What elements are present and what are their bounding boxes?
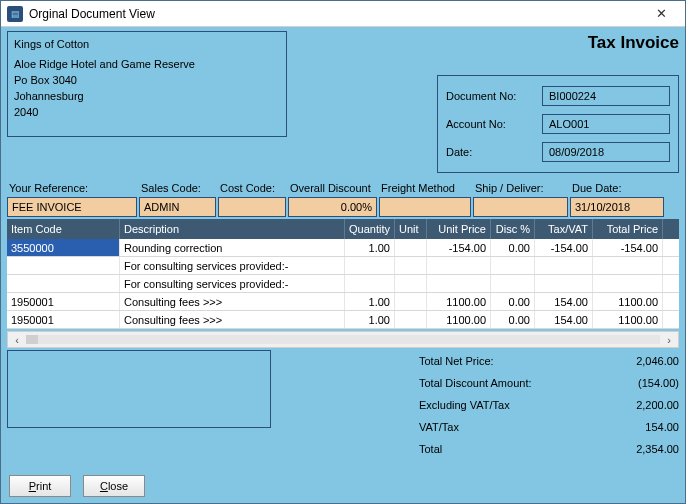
customer-company: Kings of Cotton bbox=[14, 36, 280, 52]
cell bbox=[427, 275, 491, 292]
disc-input[interactable]: 0.00% bbox=[288, 197, 377, 217]
ship-label: Ship / Deliver: bbox=[473, 179, 568, 197]
col-description[interactable]: Description bbox=[120, 219, 345, 239]
grid-header: Item Code Description Quantity Unit Unit… bbox=[7, 219, 679, 239]
scroll-thumb[interactable] bbox=[26, 335, 38, 344]
table-row[interactable]: 1950001Consulting fees >>>1.001100.000.0… bbox=[7, 311, 679, 329]
cell: Consulting fees >>> bbox=[120, 293, 345, 310]
cell: 154.00 bbox=[535, 311, 593, 328]
table-row[interactable]: For consulting services provided:- bbox=[7, 275, 679, 293]
sales-input[interactable]: ADMIN bbox=[139, 197, 216, 217]
acct-label: Account No: bbox=[446, 118, 542, 130]
date-field[interactable]: 08/09/2018 bbox=[542, 142, 670, 162]
cell bbox=[345, 275, 395, 292]
due-input[interactable]: 31/10/2018 bbox=[570, 197, 664, 217]
total-disc-label: Total Discount Amount: bbox=[419, 377, 579, 389]
col-total-price[interactable]: Total Price bbox=[593, 219, 663, 239]
cell: Rounding correction bbox=[120, 239, 345, 256]
freight-input[interactable] bbox=[379, 197, 471, 217]
cell: 3550000 bbox=[7, 239, 120, 256]
date-label: Date: bbox=[446, 146, 542, 158]
docno-label: Document No: bbox=[446, 90, 542, 102]
docno-field[interactable]: BI000224 bbox=[542, 86, 670, 106]
cell: -154.00 bbox=[593, 239, 663, 256]
freight-label: Freight Method bbox=[379, 179, 471, 197]
cell: 1100.00 bbox=[427, 293, 491, 310]
cell: 1100.00 bbox=[593, 311, 663, 328]
cell bbox=[593, 275, 663, 292]
cell bbox=[395, 293, 427, 310]
line-items-grid: Item Code Description Quantity Unit Unit… bbox=[7, 219, 679, 348]
col-tax-vat[interactable]: Tax/VAT bbox=[535, 219, 593, 239]
scroll-track[interactable] bbox=[26, 335, 660, 344]
cell bbox=[7, 257, 120, 274]
ship-input[interactable] bbox=[473, 197, 568, 217]
cell bbox=[427, 257, 491, 274]
cell: 1.00 bbox=[345, 311, 395, 328]
cell: -154.00 bbox=[427, 239, 491, 256]
document-title: Tax Invoice bbox=[588, 31, 679, 53]
col-item-code[interactable]: Item Code bbox=[7, 219, 120, 239]
cost-label: Cost Code: bbox=[218, 179, 286, 197]
client-area: Kings of Cotton Aloe Ridge Hotel and Gam… bbox=[1, 27, 685, 503]
notes-box[interactable] bbox=[7, 350, 271, 428]
cell: 1.00 bbox=[345, 293, 395, 310]
scroll-right-icon[interactable]: › bbox=[662, 334, 676, 346]
cost-input[interactable] bbox=[218, 197, 286, 217]
customer-box: Kings of Cotton Aloe Ridge Hotel and Gam… bbox=[7, 31, 287, 137]
totals: Total Net Price:2,046.00 Total Discount … bbox=[419, 350, 679, 473]
ref-input[interactable]: FEE INVOICE bbox=[7, 197, 137, 217]
cell: 1.00 bbox=[345, 239, 395, 256]
sales-label: Sales Code: bbox=[139, 179, 216, 197]
cell: -154.00 bbox=[535, 239, 593, 256]
total-vat-label: VAT/Tax bbox=[419, 421, 579, 433]
cell: 0.00 bbox=[491, 311, 535, 328]
col-disc-pct[interactable]: Disc % bbox=[491, 219, 535, 239]
table-row[interactable]: For consulting services provided:- bbox=[7, 257, 679, 275]
cell bbox=[535, 275, 593, 292]
cell bbox=[535, 257, 593, 274]
col-unit-price[interactable]: Unit Price bbox=[427, 219, 491, 239]
window-title: Orginal Document View bbox=[29, 7, 643, 21]
meta-box: Document No: BI000224 Account No: ALO001… bbox=[437, 75, 679, 173]
filters: Your Reference: Sales Code: Cost Code: O… bbox=[7, 179, 679, 217]
print-button[interactable]: Print bbox=[9, 475, 71, 497]
cell: 1100.00 bbox=[593, 293, 663, 310]
due-label: Due Date: bbox=[570, 179, 664, 197]
top-row: Kings of Cotton Aloe Ridge Hotel and Gam… bbox=[7, 31, 679, 173]
acct-field[interactable]: ALO001 bbox=[542, 114, 670, 134]
cell: 1950001 bbox=[7, 311, 120, 328]
titlebar: ▤ Orginal Document View ✕ bbox=[1, 1, 685, 27]
cell: 1950001 bbox=[7, 293, 120, 310]
col-unit[interactable]: Unit bbox=[395, 219, 427, 239]
cell: 154.00 bbox=[535, 293, 593, 310]
cell bbox=[491, 257, 535, 274]
ref-label: Your Reference: bbox=[7, 179, 137, 197]
horizontal-scrollbar[interactable]: ‹ › bbox=[7, 331, 679, 348]
col-quantity[interactable]: Quantity bbox=[345, 219, 395, 239]
cell: 0.00 bbox=[491, 239, 535, 256]
cell bbox=[395, 257, 427, 274]
cell: Consulting fees >>> bbox=[120, 311, 345, 328]
cell bbox=[593, 257, 663, 274]
cell: 1100.00 bbox=[427, 311, 491, 328]
customer-line2: Po Box 3040 bbox=[14, 72, 280, 88]
cell bbox=[395, 311, 427, 328]
cell bbox=[345, 257, 395, 274]
app-icon: ▤ bbox=[7, 6, 23, 22]
bottom-row: Total Net Price:2,046.00 Total Discount … bbox=[7, 350, 679, 473]
scroll-left-icon[interactable]: ‹ bbox=[10, 334, 24, 346]
disc-label: Overall Discount bbox=[288, 179, 377, 197]
table-row[interactable]: 1950001Consulting fees >>>1.001100.000.0… bbox=[7, 293, 679, 311]
cell: For consulting services provided:- bbox=[120, 257, 345, 274]
total-net-label: Total Net Price: bbox=[419, 355, 579, 367]
customer-line4: 2040 bbox=[14, 104, 280, 120]
total-vat-value: 154.00 bbox=[579, 421, 679, 433]
close-button[interactable]: Close bbox=[83, 475, 145, 497]
right-col: Tax Invoice Document No: BI000224 Accoun… bbox=[293, 31, 679, 173]
close-icon[interactable]: ✕ bbox=[643, 4, 679, 24]
total-excl-value: 2,200.00 bbox=[579, 399, 679, 411]
cell bbox=[491, 275, 535, 292]
table-row[interactable]: 3550000Rounding correction1.00-154.000.0… bbox=[7, 239, 679, 257]
total-disc-value: (154.00) bbox=[579, 377, 679, 389]
